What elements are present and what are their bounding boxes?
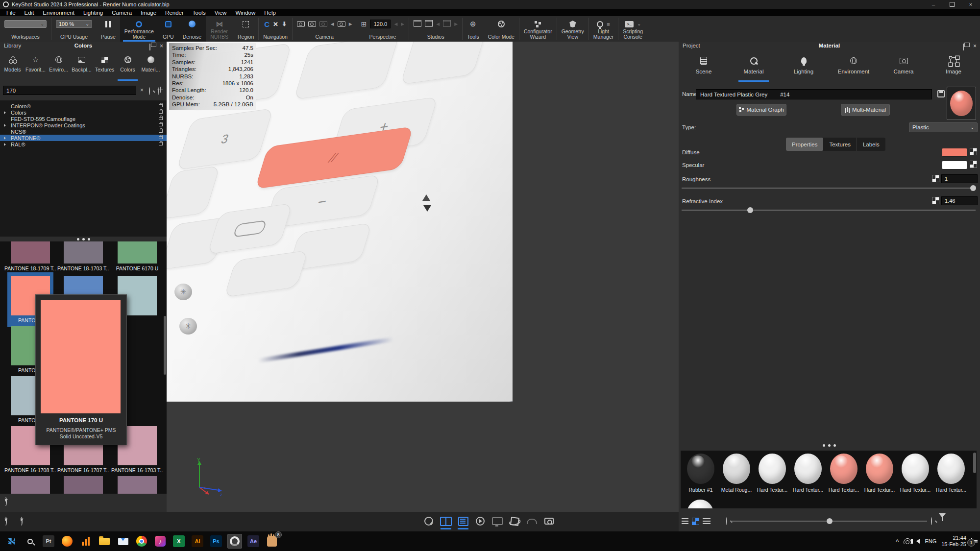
save-material-icon[interactable] <box>937 90 945 97</box>
clock[interactable]: 21:44 15-Feb-25 <box>941 535 966 548</box>
taskbar-photoshop[interactable]: Ps <box>209 534 223 549</box>
render-image-button[interactable] <box>542 515 555 527</box>
scripting-console-button[interactable]: ⌄ Scripting Console <box>618 16 647 42</box>
material-type-dropdown[interactable]: Plastic⌄ <box>909 122 978 132</box>
menu-render[interactable]: Render <box>161 10 188 16</box>
tray-item[interactable]: Hard Textur... <box>791 454 825 493</box>
zoom-out-icon[interactable] <box>726 517 727 525</box>
library-tab-models[interactable]: Models <box>1 51 24 81</box>
taskbar-analytics[interactable] <box>78 534 93 549</box>
tray-expand-chevron[interactable]: ^ <box>896 538 899 545</box>
configurator-wizard-button[interactable]: Configurator Wizard <box>519 16 557 42</box>
dolly-icon[interactable]: ⬇ <box>282 21 287 27</box>
taskbar-chrome[interactable] <box>134 534 149 549</box>
taskbar-app-pt[interactable]: Pt <box>41 534 56 549</box>
tray-item[interactable]: Rubber #1 <box>684 454 718 493</box>
ior-texture-button[interactable] <box>932 197 939 204</box>
color-swatch[interactable] <box>64 476 103 494</box>
library-tab-environments[interactable]: Enviro... <box>47 51 70 81</box>
taskbar-search[interactable] <box>23 534 37 549</box>
expand-icon[interactable] <box>4 124 6 127</box>
start-button[interactable] <box>4 534 19 549</box>
tray-item[interactable]: Hard Textur... <box>862 454 897 493</box>
tray-grid-view-icon[interactable] <box>692 518 699 525</box>
region-button[interactable]: Region <box>233 16 258 42</box>
close-panel-icon[interactable]: × <box>160 43 163 49</box>
pause-button[interactable]: Pause <box>97 16 120 42</box>
refresh-library-icon[interactable] <box>5 497 7 506</box>
ior-value-field[interactable]: 1.46 <box>941 196 978 205</box>
library-tab-colors[interactable]: Colors <box>116 51 139 81</box>
tree-item-coloro[interactable]: Coloro® <box>0 103 167 109</box>
roughness-value-field[interactable]: 1 <box>941 174 978 183</box>
color-swatch[interactable] <box>64 241 103 264</box>
subtab-textures[interactable]: Textures <box>823 138 857 151</box>
camera-group[interactable]: ◀▶ Camera <box>293 16 357 42</box>
expand-icon[interactable] <box>4 111 6 114</box>
tray-item[interactable]: Hard Textur... <box>827 454 861 493</box>
tray-list-view-icon[interactable] <box>682 518 688 524</box>
render-viewport[interactable]: 3 + ∕∕ − ✳ ✳ Samples Per Sec:47.5 Time:2… <box>167 42 679 512</box>
menu-window[interactable]: Window <box>231 10 260 16</box>
library-tab-backplates[interactable]: Backpl... <box>70 51 93 81</box>
taskbar-aftereffects[interactable]: Ae <box>246 534 261 549</box>
menu-environment[interactable]: Environment <box>38 10 79 16</box>
tab-material[interactable]: Material <box>729 51 779 82</box>
focal-length-field[interactable]: 120.0 <box>370 20 391 28</box>
material-graph-button[interactable]: Material Graph <box>736 104 786 116</box>
tree-item-colors[interactable]: Colors <box>0 109 167 116</box>
add-render-time-button[interactable] <box>422 515 435 527</box>
speaker-icon[interactable] <box>916 539 920 544</box>
undock-icon[interactable] <box>963 44 964 50</box>
expand-icon[interactable] <box>4 137 6 140</box>
subtab-labels[interactable]: Labels <box>857 138 885 151</box>
prev-camera-icon[interactable]: ◀ <box>331 22 334 26</box>
undock-icon[interactable] <box>149 44 150 50</box>
ior-slider-handle[interactable] <box>747 207 753 213</box>
add-camera-icon[interactable] <box>297 21 305 27</box>
workspaces-dropdown[interactable]: ⌄ <box>4 20 47 28</box>
tray-item[interactable]: Hard Textur... <box>898 454 932 493</box>
pan-icon[interactable]: ✕ <box>273 21 278 28</box>
taskbar-hand-app[interactable]: 8 <box>265 534 279 549</box>
tray-tree-view-icon[interactable] <box>703 518 710 524</box>
geometry-view-toggle[interactable] <box>508 515 521 527</box>
roughness-slider-handle[interactable] <box>970 185 976 191</box>
orbit-icon[interactable]: C <box>264 21 270 28</box>
tray-item[interactable] <box>686 500 714 508</box>
tree-item-ncs[interactable]: NCS® <box>0 128 167 135</box>
roughness-slider[interactable] <box>682 188 976 189</box>
taskbar-excel[interactable]: X <box>172 534 186 549</box>
grid-scrollbar[interactable] <box>164 316 166 375</box>
diffuse-color-swatch[interactable] <box>942 148 967 157</box>
diffuse-texture-button[interactable] <box>970 148 977 155</box>
specular-color-swatch[interactable] <box>942 161 967 169</box>
performance-mode-toggle[interactable]: Performance Mode <box>120 16 158 42</box>
subtab-properties[interactable]: Properties <box>786 138 823 151</box>
menu-image[interactable]: Image <box>136 10 161 16</box>
color-mode-button[interactable]: Color Mode <box>484 16 519 42</box>
color-swatch[interactable] <box>118 476 157 494</box>
menu-lighting[interactable]: Lighting <box>79 10 107 16</box>
gpu-usage-group[interactable]: 100 %⌄ GPU Usage <box>51 16 97 42</box>
ior-slider[interactable] <box>682 210 976 211</box>
taskbar-keyshot[interactable] <box>227 534 242 549</box>
wifi-icon[interactable] <box>904 538 911 544</box>
animation-button[interactable] <box>474 515 487 527</box>
sync-icon[interactable] <box>21 517 23 526</box>
language-indicator[interactable]: ENG <box>925 538 936 544</box>
next-camera-icon[interactable]: ▶ <box>349 22 352 26</box>
minimize-button[interactable]: – <box>924 0 943 9</box>
library-tab-materials[interactable]: Materi... <box>139 51 162 81</box>
project-toggle-button[interactable] <box>457 515 469 527</box>
close-button[interactable]: × <box>961 0 980 9</box>
tree-item-ral[interactable]: RAL® <box>0 141 167 147</box>
lock-camera-icon[interactable] <box>308 21 316 27</box>
add-studio-icon[interactable] <box>425 22 433 27</box>
studio-icon[interactable] <box>414 22 421 27</box>
material-preview[interactable] <box>947 87 976 120</box>
gpu-toggle[interactable]: GPU <box>158 16 178 42</box>
color-swatch[interactable] <box>118 241 157 264</box>
multi-material-button[interactable]: Multi-Material <box>841 104 890 116</box>
menu-view[interactable]: View <box>210 10 231 16</box>
